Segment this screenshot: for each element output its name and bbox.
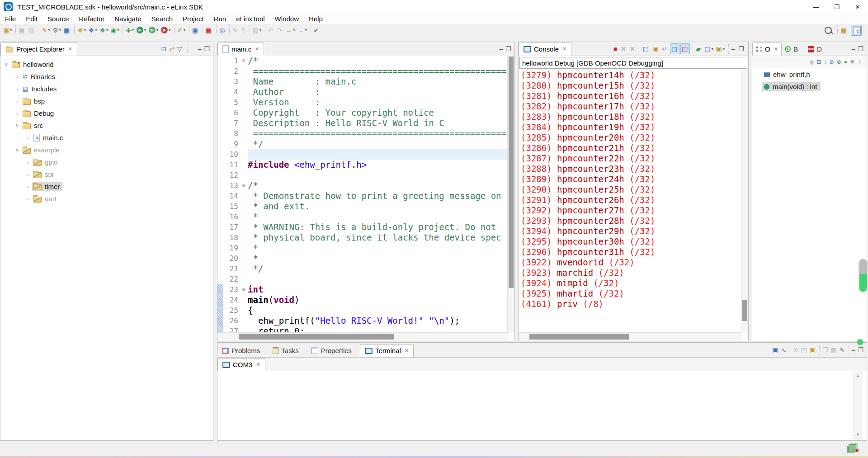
expander-icon[interactable]: › bbox=[13, 74, 21, 80]
code-line[interactable]: 3 Name : main.c bbox=[217, 76, 508, 87]
block-selection-icon[interactable]: ▧▾ bbox=[250, 25, 262, 35]
collapse-all-icon[interactable]: ⊟ bbox=[160, 44, 167, 54]
menu-item[interactable]: Source bbox=[42, 15, 74, 23]
expander-icon[interactable]: ∨ bbox=[13, 123, 21, 128]
minimize-icon[interactable]: – bbox=[849, 345, 856, 355]
profile-icon[interactable]: ▶▾ bbox=[160, 25, 171, 35]
fold-icon[interactable]: ⊖ bbox=[240, 56, 248, 66]
code-line[interactable]: 7 Description : Hello RISC-V World in C bbox=[217, 118, 508, 128]
fold-icon[interactable] bbox=[240, 274, 248, 284]
expander-icon[interactable]: › bbox=[24, 196, 32, 202]
close-icon[interactable]: ✕ bbox=[562, 46, 566, 52]
word-wrap-icon[interactable]: ↵ bbox=[661, 44, 669, 54]
copy-icon[interactable]: ❒ bbox=[819, 345, 829, 355]
outline-stack-tab[interactable]: O ✕ bbox=[752, 42, 782, 56]
build-bricks-icon[interactable]: ▦ bbox=[203, 25, 213, 35]
code-line[interactable]: 13 ⊖ /* bbox=[217, 180, 508, 191]
open-terminal-icon[interactable]: ▣ bbox=[771, 345, 779, 355]
toggle-mark-occurrences-icon[interactable]: ✎ bbox=[229, 25, 240, 35]
fold-icon[interactable]: ⊖ bbox=[240, 284, 248, 295]
fold-icon[interactable] bbox=[240, 76, 248, 87]
tab-com3[interactable]: COM3 ✕ bbox=[217, 358, 265, 371]
close-icon[interactable]: ✕ bbox=[68, 46, 72, 52]
open-perspective-icon[interactable]: ▦ bbox=[837, 25, 847, 35]
stacked-consoles-icon[interactable]: ✖ bbox=[849, 444, 856, 451]
code-line[interactable]: 22 bbox=[217, 274, 508, 284]
close-icon[interactable]: ✕ bbox=[255, 46, 259, 52]
expander-icon[interactable]: ∨ bbox=[13, 147, 21, 153]
scrollbar-thumb[interactable] bbox=[529, 334, 629, 340]
menu-item[interactable]: Navigate bbox=[109, 15, 146, 23]
terminal-scrollbar[interactable]: ▲ ▼ bbox=[854, 372, 862, 439]
disconnect-icon[interactable]: ⊘ bbox=[790, 345, 799, 355]
fold-icon[interactable] bbox=[240, 316, 248, 326]
fold-icon[interactable] bbox=[240, 118, 248, 128]
maximize-icon[interactable]: ❐ bbox=[505, 44, 512, 54]
new-source-file-icon[interactable]: ❖▾ bbox=[74, 25, 87, 35]
code-line[interactable]: 5 Version : bbox=[217, 97, 508, 108]
clear-terminal-icon[interactable]: ▤ bbox=[800, 345, 808, 355]
pin-console-icon[interactable]: ▰ bbox=[693, 44, 703, 54]
menu-item[interactable]: Search bbox=[146, 15, 178, 23]
fold-icon[interactable] bbox=[240, 160, 248, 170]
connection-icon[interactable]: ∿ bbox=[780, 345, 787, 355]
minimize-icon[interactable]: – bbox=[851, 44, 856, 54]
view-menu-icon[interactable]: ⋮ bbox=[184, 44, 192, 54]
scrollbar-thumb[interactable] bbox=[742, 300, 747, 321]
menu-item[interactable]: Run bbox=[209, 15, 231, 23]
expander-icon[interactable]: › bbox=[24, 160, 32, 165]
maximize-button[interactable]: ❐ bbox=[826, 0, 847, 14]
code-line[interactable]: 26 ehw_printf("Hello RISC-V World!" "\n"… bbox=[217, 316, 508, 326]
fold-icon[interactable] bbox=[240, 149, 248, 160]
show-whitespace-icon[interactable]: ¶ bbox=[241, 25, 247, 35]
code-line[interactable]: 10 bbox=[217, 149, 508, 160]
scroll-lock-icon[interactable]: ▣ bbox=[651, 44, 660, 54]
tree-item[interactable]: › c main.c bbox=[0, 132, 213, 144]
build-all-icon[interactable]: ⚙▾ bbox=[52, 25, 62, 35]
new-wizard-icon[interactable]: ▣▾ bbox=[2, 25, 13, 35]
code-line[interactable]: 1 ⊖ /* bbox=[217, 56, 508, 66]
filter-icon[interactable]: ▽ bbox=[176, 44, 183, 54]
maximize-icon[interactable]: ❐ bbox=[203, 44, 211, 54]
terminate-icon[interactable]: ■ bbox=[613, 44, 619, 54]
fold-icon[interactable] bbox=[240, 253, 248, 264]
pin-editor-icon[interactable]: ✔ bbox=[311, 25, 321, 35]
forward-icon[interactable]: →▾ bbox=[297, 25, 307, 35]
menu-item[interactable]: Help bbox=[304, 15, 328, 23]
open-console-icon[interactable]: ▣▾ bbox=[715, 44, 725, 54]
sort-icon[interactable]: ↓ bbox=[823, 57, 828, 67]
bottom-tab[interactable]: Problems bbox=[217, 344, 268, 357]
scroll-down-icon[interactable]: ▼ bbox=[854, 431, 862, 438]
view-menu-icon[interactable]: ⋮ bbox=[856, 57, 863, 67]
expander-icon[interactable]: › bbox=[24, 135, 32, 141]
code-editor[interactable]: 1 ⊖ /* 2 ===============================… bbox=[217, 56, 508, 333]
terminal-output[interactable] bbox=[217, 371, 867, 440]
expander-icon[interactable]: › bbox=[13, 99, 21, 104]
fold-icon[interactable] bbox=[240, 191, 248, 201]
search-icon[interactable] bbox=[824, 25, 835, 35]
tree-item[interactable]: › bsp bbox=[0, 95, 213, 107]
fold-icon[interactable] bbox=[240, 66, 248, 76]
code-line[interactable]: 14 * Demonstrate how to print a greeting… bbox=[217, 191, 508, 201]
last-edit-location-icon[interactable]: ↶ bbox=[265, 25, 275, 35]
code-line[interactable]: 19 * bbox=[217, 243, 508, 253]
menu-item[interactable]: eLinxTool bbox=[231, 15, 269, 23]
expander-icon[interactable]: › bbox=[13, 86, 21, 92]
menu-item[interactable]: Window bbox=[270, 15, 304, 23]
code-line[interactable]: 8 ======================================… bbox=[217, 128, 508, 139]
maximize-icon[interactable]: ❐ bbox=[857, 44, 864, 54]
remove-launch-icon[interactable]: ✖ bbox=[620, 44, 628, 54]
coverage-icon[interactable]: ◉▾ bbox=[110, 25, 120, 35]
open-resource-icon[interactable]: ✐▾ bbox=[174, 25, 186, 35]
menu-item[interactable]: Edit bbox=[21, 15, 42, 23]
fold-icon[interactable] bbox=[240, 212, 248, 222]
outline-item[interactable]: ehw_printf.h bbox=[752, 68, 867, 80]
fold-icon[interactable] bbox=[240, 201, 248, 212]
expander-icon[interactable]: › bbox=[13, 111, 21, 116]
fold-icon[interactable] bbox=[240, 264, 248, 274]
code-line[interactable]: 20 * bbox=[217, 253, 508, 264]
build-file-icon[interactable]: ▦ bbox=[63, 25, 71, 35]
tree-item[interactable]: ∨ c helloworld bbox=[0, 58, 213, 71]
console-output[interactable]: (3279) hpmcounter14h (/32)(3280) hpmcoun… bbox=[519, 69, 741, 333]
tree-item[interactable]: ∨ example bbox=[0, 144, 213, 156]
